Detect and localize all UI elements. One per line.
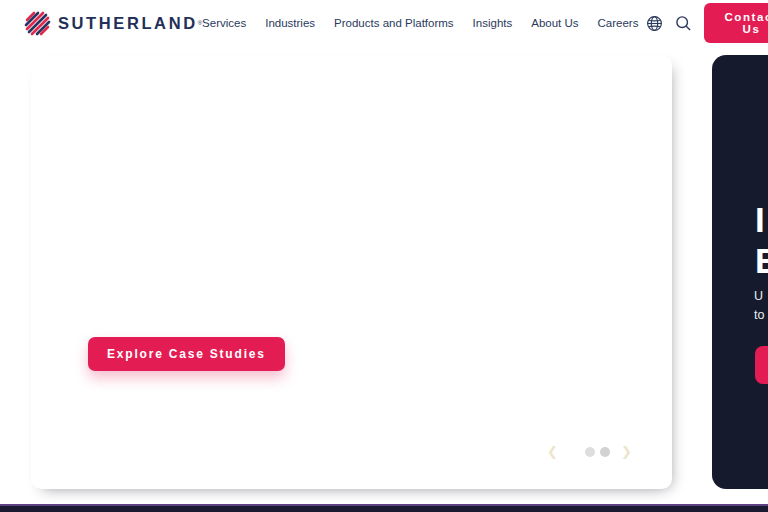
next-slide-heading-line1: I	[755, 199, 768, 240]
next-slide-body: U to	[754, 287, 764, 325]
nav-item-services[interactable]: Services	[202, 17, 246, 29]
next-slide-body-line1: U	[754, 287, 764, 306]
nav-item-insights[interactable]: Insights	[473, 17, 513, 29]
carousel-dots	[585, 447, 610, 457]
carousel-dot-2[interactable]	[600, 447, 610, 457]
nav-item-industries[interactable]: Industries	[265, 17, 315, 29]
sutherland-logo[interactable]: SUTHERLAND ®	[24, 10, 202, 37]
next-slide-heading-line2: E	[755, 240, 768, 281]
carousel-slide-next-peek[interactable]: I E U to	[712, 55, 768, 489]
carousel-dot-1[interactable]	[585, 447, 595, 457]
top-nav-bar: SUTHERLAND ® Services Industries Product…	[0, 0, 768, 46]
nav-item-careers[interactable]: Careers	[598, 17, 639, 29]
explore-case-studies-button[interactable]: Explore Case Studies	[88, 337, 285, 371]
carousel-slide-active: Explore Case Studies ❮ ❯	[31, 55, 672, 489]
main-nav: Services Industries Products and Platfor…	[202, 3, 768, 43]
hero-carousel: Explore Case Studies ❮ ❯ I E U to	[0, 46, 768, 505]
sutherland-logo-stripes-icon	[24, 10, 51, 37]
contact-us-button[interactable]: Contact Us	[704, 3, 768, 43]
search-icon[interactable]	[675, 13, 692, 33]
next-slide-heading: I E	[755, 199, 768, 281]
next-slide-cta-button[interactable]	[755, 346, 768, 384]
next-section-top-edge	[0, 504, 768, 512]
carousel-prev-icon[interactable]: ❮	[545, 442, 560, 462]
next-slide-body-line2: to	[754, 306, 764, 325]
nav-item-about-us[interactable]: About Us	[531, 17, 578, 29]
globe-icon[interactable]	[646, 13, 663, 33]
brand-name: SUTHERLAND	[58, 14, 198, 33]
nav-item-products-and-platforms[interactable]: Products and Platforms	[334, 17, 454, 29]
carousel-next-icon[interactable]: ❯	[619, 442, 634, 462]
